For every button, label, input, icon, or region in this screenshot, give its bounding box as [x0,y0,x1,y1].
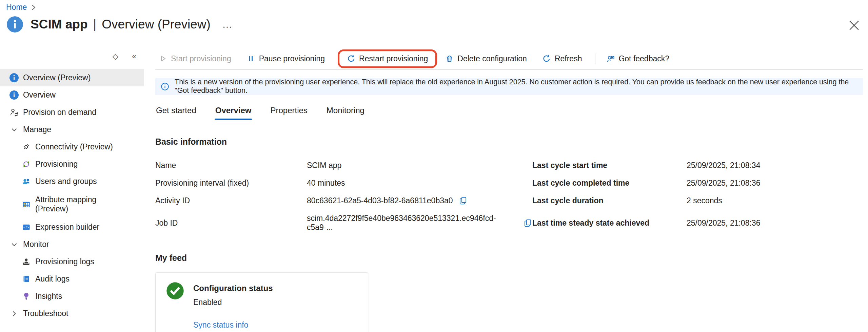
start-provisioning-button[interactable]: Start provisioning [155,52,235,65]
field-label-provisioning-interval: Provisioning interval (fixed) [155,179,307,188]
sidebar-item-expression-builder[interactable]: </> Expression builder [0,219,144,236]
field-label-last-cycle-start-time: Last cycle start time [532,161,687,170]
refresh-button[interactable]: Refresh [539,52,586,65]
copy-icon[interactable] [458,196,468,205]
restart-provisioning-button[interactable]: Restart provisioning [343,52,431,65]
chevron-right-icon [9,309,19,318]
field-value-provisioning-interval: 40 minutes [307,179,345,188]
provisioning-icon [22,160,31,169]
card-title: Configuration status [193,282,273,293]
sidebar-item-label: Expression builder [35,223,99,232]
sync-status-info-link[interactable]: Sync status info [193,320,248,330]
close-icon[interactable] [848,20,860,31]
sidebar-item-label: Troubleshoot [23,309,68,318]
page-title: SCIM app | Overview (Preview) [31,17,211,32]
button-label: Pause provisioning [259,54,325,63]
sidebar-item-label: Provisioning logs [35,257,94,266]
basic-information-title: Basic information [155,137,863,147]
field-label-last-time-steady-state: Last time steady state achieved [532,219,687,228]
field-value-last-time-steady-state: 25/09/2025, 21:08:36 [687,219,760,228]
sidebar-group-monitor[interactable]: Monitor [0,236,144,253]
provisioning-logs-icon [22,257,31,266]
audit-logs-icon [22,274,31,284]
breadcrumb-home-link[interactable]: Home [6,3,27,12]
sidebar-item-provision-on-demand[interactable]: Provision on demand [0,104,144,121]
sidebar-item-label: Provisioning [35,160,78,169]
insights-icon [22,292,31,301]
main-content: Start provisioning Pause provisioning Re… [155,48,863,332]
provision-on-demand-icon [9,108,19,117]
sidebar-item-label: Audit logs [35,274,70,284]
info-icon [9,73,19,82]
button-label: Delete configuration [457,54,527,63]
sidebar-item-audit-logs[interactable]: Audit logs [0,270,144,288]
tab-properties[interactable]: Properties [270,104,308,120]
sidebar-group-manage[interactable]: Manage [0,121,144,138]
field-label-job-id: Job ID [155,219,307,228]
sidebar-item-users-and-groups[interactable]: Users and groups [0,173,144,190]
sidebar-item-provisioning[interactable]: Provisioning [0,155,144,173]
breadcrumb: Home [6,3,36,12]
toolbar-divider [155,69,863,70]
sidebar-controls: ◇ « [0,48,146,64]
svg-text:</>: </> [23,226,29,229]
tab-get-started[interactable]: Get started [155,104,197,120]
connectivity-icon [22,142,31,151]
sidebar-item-label: Monitor [23,240,49,249]
field-value-name: SCIM app [307,161,341,170]
tab-monitoring[interactable]: Monitoring [326,104,365,120]
play-icon [159,55,167,63]
banner-text: This is a new version of the provisionin… [175,78,857,95]
info-icon [9,90,19,100]
field-value-last-cycle-duration: 2 seconds [687,196,722,205]
pause-provisioning-button[interactable]: Pause provisioning [243,52,328,65]
tabs: Get started Overview Properties Monitori… [155,104,863,120]
sidebar-item-insights[interactable]: Insights [0,288,144,305]
title-separator: | [93,17,97,32]
sidebar-item-connectivity[interactable]: Connectivity (Preview) [0,138,144,155]
collapse-icon[interactable]: « [132,52,136,61]
info-circle-icon [161,82,169,91]
refresh-icon [542,55,551,63]
expression-builder-icon: </> [22,223,31,232]
sidebar-item-attribute-mapping[interactable]: Attribute mapping (Preview) [0,190,144,219]
sidebar-item-label: Insights [35,292,62,301]
check-circle-icon [166,282,184,300]
sidebar-item-provisioning-logs[interactable]: Provisioning logs [0,253,144,270]
sidebar-item-label: Provision on demand [23,108,96,117]
toolbar-separator [595,54,595,64]
sidebar-item-overview[interactable]: Overview [0,86,144,104]
button-label: Refresh [555,54,582,63]
status-value: Enabled [193,298,273,307]
sidebar: ◇ « Overview (Preview) Overview [0,48,146,322]
field-value-last-cycle-completed-time: 25/09/2025, 21:08:36 [687,179,760,188]
sidebar-item-label: Connectivity (Preview) [35,142,113,151]
page-title-text: Overview (Preview) [102,17,211,32]
more-icon[interactable]: … [222,19,233,30]
sidebar-item-label: Overview (Preview) [23,73,91,82]
attribute-mapping-icon [22,200,31,209]
toolbar: Start provisioning Pause provisioning Re… [155,49,863,68]
basic-information-grid: Name SCIM app Last cycle start time 25/0… [155,161,863,232]
restart-highlight-annotation: Restart provisioning [338,49,437,68]
sidebar-item-label: Users and groups [35,177,97,186]
feedback-icon [606,55,615,63]
app-info-icon [7,16,23,33]
field-value-activity-id: 80c63621-62a5-4d03-bf82-6a6811e0b3a0 [307,196,453,205]
sidebar-group-troubleshoot[interactable]: Troubleshoot [0,305,144,322]
chevron-down-icon [9,125,19,134]
copy-icon[interactable] [523,219,532,228]
pause-icon [247,55,255,63]
button-label: Got feedback? [618,54,669,63]
resize-icon[interactable]: ◇ [113,52,119,61]
field-label-name: Name [155,161,307,170]
sidebar-item-label: Manage [23,125,51,134]
field-value-last-cycle-start-time: 25/09/2025, 21:08:34 [687,161,760,170]
field-label-last-cycle-duration: Last cycle duration [532,196,687,205]
tab-overview[interactable]: Overview [215,104,252,120]
got-feedback-button[interactable]: Got feedback? [603,52,673,65]
info-banner: This is a new version of the provisionin… [155,78,863,95]
app-name: SCIM app [31,17,88,32]
delete-configuration-button[interactable]: Delete configuration [442,52,530,65]
sidebar-item-overview-preview[interactable]: Overview (Preview) [0,69,144,86]
